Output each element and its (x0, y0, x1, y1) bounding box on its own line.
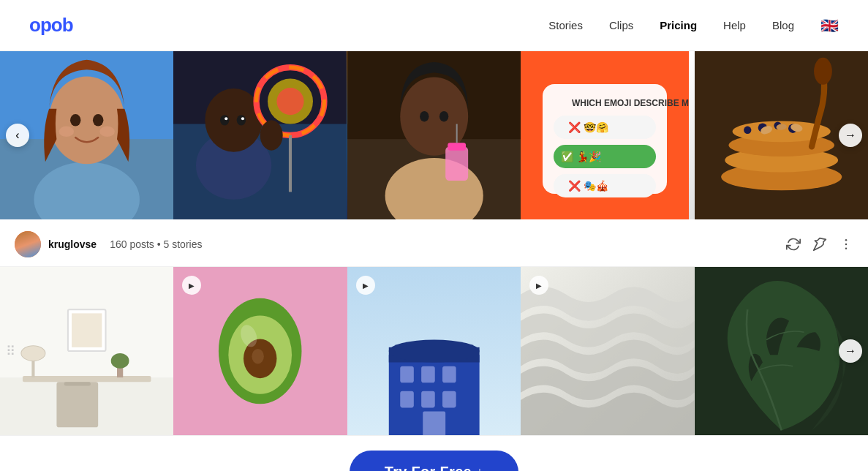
svg-point-15 (277, 88, 304, 115)
svg-rect-28 (445, 146, 468, 180)
svg-rect-78 (400, 366, 414, 383)
svg-point-27 (439, 111, 448, 121)
svg-text:WHICH EMOJI DESCRIBE ME?: WHICH EMOJI DESCRIBE ME? (572, 98, 689, 108)
stories-section: ‹ (0, 51, 868, 219)
avatar-image (15, 231, 41, 257)
svg-point-66 (21, 346, 45, 361)
grid-cell-1[interactable] (0, 267, 173, 435)
story-thumb-3[interactable] (347, 51, 521, 219)
svg-rect-64 (72, 313, 102, 347)
account-section: kruglovse 160 posts • 5 stories (0, 219, 868, 267)
svg-rect-59 (56, 382, 98, 427)
svg-point-49 (814, 58, 832, 85)
cta-section: Try For Free ↓ (0, 435, 868, 471)
svg-text:❌ 🤓🤗: ❌ 🤓🤗 (568, 121, 609, 134)
svg-point-26 (420, 111, 429, 121)
svg-point-20 (241, 117, 244, 120)
svg-point-17 (220, 115, 229, 125)
account-info: kruglovse 160 posts • 5 stories (15, 231, 202, 257)
svg-text:✅ 💃🎉: ✅ 💃🎉 (561, 151, 602, 163)
svg-rect-58 (23, 376, 151, 382)
nav-blog[interactable]: Blog (772, 19, 794, 31)
pin-button[interactable] (812, 237, 827, 252)
avatar[interactable] (15, 231, 41, 257)
svg-point-6 (59, 127, 75, 137)
svg-rect-83 (442, 391, 456, 408)
svg-point-71 (252, 349, 265, 364)
grid-next-button[interactable]: → (839, 339, 862, 363)
separator: • (157, 238, 161, 250)
navbar: opob Stories Clips Pricing Help Blog 🇬🇧 (0, 0, 868, 51)
stories-next-button[interactable]: → (839, 124, 862, 147)
svg-point-3 (49, 76, 124, 164)
grid-cell-3[interactable]: ▶ (347, 267, 521, 435)
drag-handle[interactable]: ⠿ (6, 343, 15, 359)
stories-prev-button[interactable]: ‹ (6, 124, 29, 147)
nav-links: Stories Clips Pricing Help Blog 🇬🇧 (548, 17, 839, 34)
try-for-free-button[interactable]: Try For Free ↓ (350, 451, 518, 471)
svg-point-21 (260, 120, 283, 150)
grid-cell-4[interactable]: ▶ (521, 267, 694, 435)
grid-cell-2[interactable]: ▶ (173, 267, 347, 435)
nav-pricing[interactable]: Pricing (660, 19, 697, 31)
svg-rect-82 (421, 391, 435, 408)
svg-rect-84 (423, 412, 445, 435)
svg-text:❌ 🎭🎪: ❌ 🎭🎪 (568, 180, 609, 192)
photo-grid: ▶ ▶ (0, 267, 868, 435)
svg-point-18 (237, 115, 246, 125)
stories-strip: WHICH EMOJI DESCRIBE ME? ❌ 🤓🤗 ✅ 💃🎉 ❌ 🎭🎪 (0, 51, 868, 219)
svg-point-5 (93, 114, 103, 127)
svg-rect-60 (64, 382, 91, 385)
story-thumb-4[interactable]: WHICH EMOJI DESCRIBE ME? ❌ 🤓🤗 ✅ 💃🎉 ❌ 🎭🎪 (521, 51, 694, 219)
stories-count: 5 stories (164, 238, 203, 250)
nav-help[interactable]: Help (723, 19, 746, 31)
svg-point-77 (389, 340, 480, 363)
main-content: ‹ (0, 0, 868, 471)
svg-point-4 (70, 114, 80, 127)
posts-count: 160 posts (110, 238, 154, 250)
account-stats: 160 posts • 5 stories (110, 238, 202, 250)
svg-rect-29 (448, 143, 466, 150)
svg-rect-81 (400, 391, 414, 408)
svg-point-48 (744, 127, 751, 134)
language-selector[interactable]: 🇬🇧 (820, 17, 839, 34)
account-actions (786, 237, 853, 252)
svg-point-7 (99, 127, 115, 137)
story-thumb-2[interactable] (173, 51, 347, 219)
svg-rect-79 (421, 366, 435, 383)
svg-point-19 (225, 117, 228, 120)
logo-text: opob (29, 14, 73, 36)
svg-point-54 (845, 244, 848, 246)
logo[interactable]: opob (29, 14, 73, 37)
svg-rect-80 (442, 366, 456, 383)
account-username[interactable]: kruglovse (48, 238, 97, 250)
svg-point-62 (111, 353, 129, 369)
svg-point-55 (845, 248, 848, 250)
play-button-3[interactable]: ▶ (356, 276, 375, 295)
svg-point-53 (845, 239, 848, 241)
photo-grid-section: ⠿ (0, 267, 868, 435)
nav-stories[interactable]: Stories (548, 19, 583, 31)
more-button[interactable] (839, 237, 853, 252)
refresh-button[interactable] (786, 237, 801, 252)
nav-clips[interactable]: Clips (609, 19, 633, 31)
